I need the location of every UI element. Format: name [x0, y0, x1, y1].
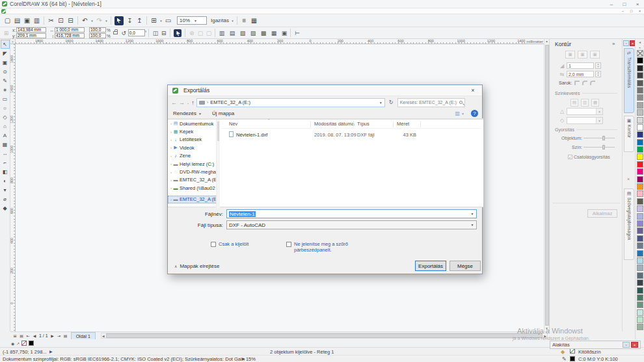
- color-swatch[interactable]: [637, 242, 643, 249]
- mirror-horizontal-icon[interactable]: ◫: [151, 29, 159, 38]
- scroll-left-icon[interactable]: ◀: [102, 334, 105, 338]
- docker-tab-close-icon[interactable]: ×: [627, 177, 630, 181]
- add-page-icon[interactable]: ▤: [62, 333, 69, 338]
- welcome-screen-icon[interactable]: ▭: [163, 16, 173, 26]
- color-swatch[interactable]: [637, 317, 643, 323]
- undo-icon[interactable]: ↶: [80, 16, 90, 26]
- breadcrumb-path[interactable]: EMTEC_32_A (E:): [210, 99, 250, 105]
- smart-fill-tool-icon[interactable]: ∗: [1, 85, 10, 94]
- basic-shapes-tool-icon[interactable]: ⌂: [1, 122, 10, 131]
- redo-icon[interactable]: ↷: [94, 16, 104, 26]
- color-swatch[interactable]: [637, 190, 643, 197]
- zoom-level-select[interactable]: 10% ▼: [177, 16, 207, 25]
- print-icon[interactable]: ▥: [32, 16, 42, 26]
- order-icon-4[interactable]: ▩: [259, 29, 267, 38]
- snap-dropdown-icon[interactable]: ▾: [230, 16, 235, 26]
- sidebar-item[interactable]: ›↓Letöltések: [168, 136, 220, 144]
- refresh-icon[interactable]: ↻: [387, 99, 396, 105]
- horizontal-ruler[interactable]: milliméter 18001600140012001000800600400…: [16, 39, 544, 44]
- macro-manager-icon[interactable]: ▦: [249, 16, 259, 26]
- column-name[interactable]: Név: [229, 121, 237, 127]
- ellipse-tool-icon[interactable]: ○: [1, 103, 10, 112]
- outline-color-swatch[interactable]: [29, 341, 34, 346]
- color-swatch[interactable]: [637, 235, 643, 242]
- forward-icon[interactable]: →: [179, 99, 185, 106]
- vertical-ruler[interactable]: 16001400120010008006004002000: [10, 44, 16, 331]
- connector-tool-icon[interactable]: ⌐: [1, 158, 10, 167]
- dimension-tool-icon[interactable]: ↔: [1, 149, 10, 158]
- tree-scrollbar[interactable]: [216, 120, 220, 208]
- docker-collapse-icon[interactable]: »: [612, 41, 615, 47]
- object-width-field[interactable]: 1 000,0 mm: [55, 27, 85, 32]
- expander-icon[interactable]: ›: [170, 198, 172, 201]
- no-filter-dialog-option[interactable]: Ne jelenítse meg a szűrő párbeszédpanelt…: [286, 241, 354, 253]
- color-swatch[interactable]: [637, 257, 643, 264]
- docker-tab-kontúr[interactable]: ▣Kontúr: [624, 116, 634, 152]
- expander-icon[interactable]: ›: [170, 186, 172, 190]
- transparency-tool-icon[interactable]: ◐: [1, 176, 10, 185]
- object-properties-icon[interactable]: [174, 29, 181, 37]
- filename-dropdown-icon[interactable]: ▼: [468, 212, 476, 216]
- filetype-select[interactable]: DXF - AutoCAD ▼: [226, 220, 477, 229]
- color-swatch[interactable]: [637, 146, 643, 153]
- import-icon[interactable]: ↧: [125, 16, 135, 26]
- color-swatch[interactable]: [637, 131, 643, 138]
- scale-v-field[interactable]: 100,0: [89, 33, 106, 38]
- shaping-toolbar[interactable]: Alakítás ▫ ×: [550, 341, 641, 349]
- order-icon-5[interactable]: ▦: [269, 29, 278, 38]
- dialog-title-bar[interactable]: Exportálás ×: [168, 85, 482, 96]
- sidebar-item[interactable]: ›♪Zene: [168, 152, 220, 160]
- x-position-field[interactable]: 143,984 mm: [16, 27, 46, 32]
- shape-tool-icon[interactable]: ◤: [1, 49, 10, 58]
- no-filter-dialog-checkbox[interactable]: [286, 242, 291, 247]
- redo-dropdown-icon[interactable]: ▾: [104, 16, 109, 26]
- new-folder-button[interactable]: Új mappa: [212, 110, 234, 116]
- table-tool-icon[interactable]: ▦: [1, 140, 10, 149]
- crop-tool-icon[interactable]: ▣: [1, 58, 10, 67]
- sidebar-item[interactable]: ›▬Helyi lemez (C:): [168, 160, 220, 168]
- open-icon[interactable]: ▤: [12, 16, 22, 26]
- text-tool-icon[interactable]: A: [1, 131, 10, 140]
- cut-icon[interactable]: ✂: [46, 16, 56, 26]
- order-icon-3[interactable]: ▨: [248, 29, 257, 38]
- expander-icon[interactable]: ›: [170, 170, 172, 174]
- polygon-tool-icon[interactable]: ◇: [1, 112, 10, 122]
- color-swatch[interactable]: [637, 87, 643, 94]
- expander-icon[interactable]: ›: [170, 122, 172, 125]
- coords-flyout-icon[interactable]: ▶: [49, 349, 53, 354]
- order-icon-2[interactable]: ▧: [238, 29, 247, 38]
- expander-icon[interactable]: ›: [170, 130, 172, 134]
- no-outline-swatch[interactable]: [21, 341, 27, 346]
- color-swatch[interactable]: [637, 153, 643, 160]
- rotation-angle-field[interactable]: 0,0: [128, 29, 145, 36]
- order-icon-6[interactable]: ▣: [280, 29, 288, 38]
- expander-icon[interactable]: ›: [170, 162, 172, 166]
- shaping-restore-button[interactable]: ▫: [623, 342, 630, 348]
- color-swatch[interactable]: [637, 205, 643, 212]
- launcher-dropdown-icon[interactable]: ▾: [159, 16, 163, 26]
- eyedropper-tool-icon[interactable]: ▾: [1, 185, 10, 194]
- vertical-scrollbar[interactable]: ▲ ▼: [544, 39, 549, 331]
- rectangle-tool-icon[interactable]: ▭: [1, 94, 10, 103]
- hscrollbar-thumb[interactable]: [106, 333, 543, 338]
- back-icon[interactable]: ←: [171, 99, 177, 106]
- organize-menu[interactable]: Rendezés▼: [173, 110, 202, 116]
- color-swatch[interactable]: [637, 302, 643, 308]
- view-mode-button[interactable]: ▥▼: [455, 110, 464, 116]
- sidebar-item[interactable]: ›▬Shared (\\Bau02: [168, 184, 220, 192]
- restore-button[interactable]: □: [618, 1, 631, 7]
- export-button[interactable]: Exportálás: [415, 261, 446, 271]
- column-size[interactable]: Méret: [397, 121, 409, 127]
- search-content-icon[interactable]: [114, 16, 124, 25]
- record-icon[interactable]: ◉: [11, 341, 14, 346]
- color-swatch[interactable]: [637, 161, 643, 168]
- zoom-tool-icon[interactable]: ⊙: [1, 67, 10, 76]
- first-page-icon[interactable]: ⇤: [25, 333, 31, 338]
- color-swatch[interactable]: [637, 124, 643, 131]
- sidebar-item[interactable]: ›▬EMTEC_32_A (E:): [168, 176, 220, 184]
- cancel-button[interactable]: Mégse: [449, 261, 481, 271]
- blend-tool-icon[interactable]: ◧: [1, 167, 10, 176]
- horizontal-scrollbar[interactable]: ◀ ▶: [101, 333, 548, 339]
- color-swatch[interactable]: [637, 94, 643, 101]
- column-type[interactable]: Típus: [357, 121, 369, 127]
